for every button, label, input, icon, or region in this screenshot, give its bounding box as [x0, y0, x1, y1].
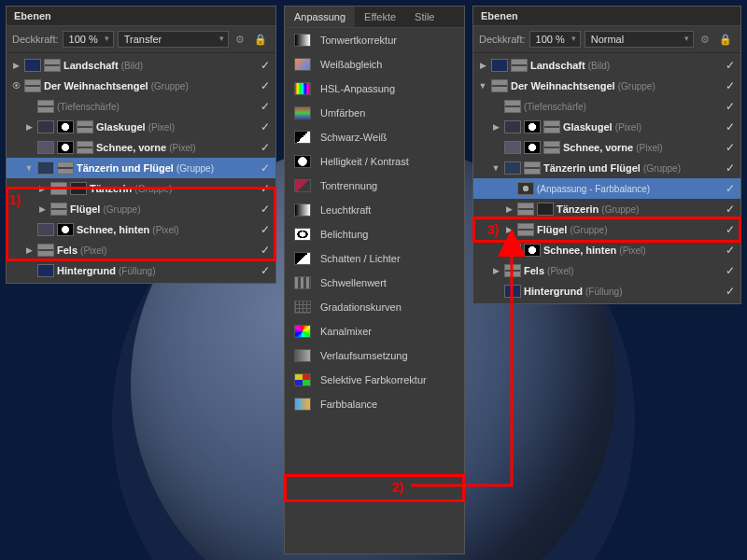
- adj-gradationskurven[interactable]: Gradationskurven: [285, 295, 464, 319]
- layer-landschaft[interactable]: ▶Landschaft (Bild)✓: [7, 55, 275, 76]
- visibility-check[interactable]: ✓: [726, 244, 735, 257]
- lock-icon[interactable]: 🔒: [716, 34, 735, 46]
- visibility-check[interactable]: ✓: [726, 203, 735, 216]
- visibility-check[interactable]: ✓: [726, 120, 735, 133]
- adj-belichtung[interactable]: Belichtung: [285, 222, 464, 246]
- layer-schnee-hinten[interactable]: Schnee, hinten (Pixel)✓: [7, 219, 275, 240]
- layer-tiefenschaerfe[interactable]: (Tiefenschärfe)✓: [473, 96, 740, 117]
- visibility-check[interactable]: ✓: [726, 141, 735, 154]
- visibility-check[interactable]: ✓: [726, 79, 735, 92]
- layer-list: ▶Landschaft (Bild)✓ ▼Der Weihnachtsengel…: [473, 53, 740, 303]
- adj-tontrennung[interactable]: Tontrennung: [285, 174, 464, 198]
- opacity-label: Deckkraft:: [479, 34, 526, 45]
- layer-schnee-vorne[interactable]: Schnee, vorne (Pixel)✓: [7, 137, 275, 158]
- opacity-dropdown[interactable]: 100 %: [63, 31, 114, 48]
- adjustment-panel: Anpassung Effekte Stile Tonwertkorrektur…: [284, 6, 465, 554]
- adj-selektive-farbkorrektur[interactable]: Selektive Farbkorrektur: [285, 368, 464, 392]
- layer-taenzerin-fluegel[interactable]: ▼Tänzerin und Flügel (Gruppe)✓: [473, 158, 740, 178]
- visibility-check[interactable]: ✓: [261, 59, 270, 72]
- visibility-check[interactable]: ✓: [726, 100, 735, 113]
- adj-tonwertkorrektur[interactable]: Tonwertkorrektur: [285, 28, 464, 52]
- adj-farbbalance[interactable]: Farbbalance: [285, 392, 464, 416]
- lock-icon[interactable]: 🔒: [251, 34, 270, 46]
- tab-anpassung[interactable]: Anpassung: [285, 7, 355, 27]
- adj-kanalmixer[interactable]: Kanalmixer: [285, 319, 464, 343]
- layer-hintergrund[interactable]: Hintergrund (Füllung)✓: [7, 260, 275, 281]
- adj-verlaufsumsetzung[interactable]: Verlaufsumsetzung: [285, 343, 464, 368]
- adj-schwarzweiss[interactable]: Schwarz-Weiß: [285, 125, 464, 149]
- visibility-check[interactable]: ✓: [726, 285, 735, 298]
- opacity-row: Deckkraft: 100 % Normal ⚙ 🔒: [473, 26, 740, 53]
- layer-glaskugel[interactable]: ▶Glaskugel (Pixel)✓: [473, 117, 740, 137]
- layer-list: ▶Landschaft (Bild)✓ ⦿Der Weihnachtsengel…: [7, 53, 275, 283]
- layer-landschaft[interactable]: ▶Landschaft (Bild)✓: [473, 55, 740, 76]
- visibility-check[interactable]: ✓: [726, 59, 735, 72]
- layer-weihnachtsengel[interactable]: ▼Der Weihnachtsengel (Gruppe)✓: [473, 76, 740, 96]
- visibility-check[interactable]: ✓: [726, 223, 735, 236]
- opacity-row: Deckkraft: 100 % Transfer ⚙ 🔒: [7, 26, 275, 53]
- layer-anpassung-farbbalance[interactable]: (Anpassung - Farbbalance)✓: [473, 178, 740, 199]
- visibility-check[interactable]: ✓: [726, 161, 735, 175]
- layer-glaskugel[interactable]: ▶Glaskugel (Pixel)✓: [7, 117, 275, 137]
- visibility-check[interactable]: ✓: [261, 203, 270, 216]
- layer-fels[interactable]: ▶Fels (Pixel)✓: [473, 260, 740, 281]
- tab-effekte[interactable]: Effekte: [355, 7, 405, 27]
- tab-stile[interactable]: Stile: [405, 7, 444, 27]
- visibility-check[interactable]: ✓: [261, 79, 270, 92]
- panel-title: Ebenen: [7, 7, 275, 26]
- visibility-check[interactable]: ✓: [726, 182, 735, 195]
- layer-schnee-vorne[interactable]: Schnee, vorne (Pixel)✓: [473, 137, 740, 158]
- visibility-check[interactable]: ✓: [261, 120, 270, 133]
- layer-fluegel[interactable]: ▶Flügel (Gruppe)✓: [473, 219, 740, 240]
- annotation-label-1: 1): [9, 192, 21, 207]
- opacity-dropdown[interactable]: 100 %: [529, 31, 581, 48]
- blendmode-dropdown[interactable]: Transfer: [118, 31, 229, 48]
- blendmode-dropdown[interactable]: Normal: [585, 31, 694, 48]
- adj-weissabgleich[interactable]: Weißabgleich: [285, 52, 464, 77]
- adj-umfaerben[interactable]: Umfärben: [285, 101, 464, 125]
- panel-title: Ebenen: [473, 7, 740, 26]
- annotation-label-2: 2): [392, 480, 403, 495]
- gear-icon[interactable]: ⚙: [233, 34, 247, 46]
- adj-leuchtkraft[interactable]: Leuchtkraft: [285, 198, 464, 222]
- layer-tiefenschaerfe[interactable]: (Tiefenschärfe)✓: [7, 96, 275, 117]
- adj-schatten-lichter[interactable]: Schatten / Lichter: [285, 246, 464, 271]
- adj-schwellenwert[interactable]: Schwellenwert: [285, 271, 464, 295]
- visibility-check[interactable]: ✓: [261, 223, 270, 236]
- visibility-check[interactable]: ✓: [261, 161, 270, 175]
- opacity-label: Deckkraft:: [12, 34, 59, 45]
- visibility-check[interactable]: ✓: [261, 244, 270, 257]
- layers-panel-right: Ebenen Deckkraft: 100 % Normal ⚙ 🔒 ▶Land…: [472, 6, 741, 304]
- layer-hintergrund[interactable]: Hintergrund (Füllung)✓: [473, 281, 740, 301]
- panel-tabs: Anpassung Effekte Stile: [285, 7, 464, 28]
- layer-taenzerin-fluegel[interactable]: ▼Tänzerin und Flügel (Gruppe)✓: [7, 158, 275, 178]
- layer-taenzerin[interactable]: ▶Tänzerin (Gruppe)✓: [473, 199, 740, 219]
- layer-schnee-hinten[interactable]: Schnee, hinten (Pixel)✓: [473, 240, 740, 260]
- visibility-check[interactable]: ✓: [261, 100, 270, 113]
- layer-fluegel[interactable]: ▶Flügel (Gruppe)✓: [7, 199, 275, 219]
- visibility-check[interactable]: ✓: [261, 182, 270, 195]
- adj-helligkeit[interactable]: Helligkeit / Kontrast: [285, 149, 464, 174]
- layer-weihnachtsengel[interactable]: ⦿Der Weihnachtsengel (Gruppe)✓: [7, 76, 275, 96]
- visibility-check[interactable]: ✓: [726, 264, 735, 277]
- layers-panel-left: Ebenen Deckkraft: 100 % Transfer ⚙ 🔒 ▶La…: [6, 6, 276, 284]
- visibility-check[interactable]: ✓: [261, 264, 270, 277]
- adj-hsl[interactable]: HSL-Anpassung: [285, 77, 464, 101]
- visibility-check[interactable]: ✓: [261, 141, 270, 154]
- layer-fels[interactable]: ▶Fels (Pixel)✓: [7, 240, 275, 260]
- gear-icon[interactable]: ⚙: [698, 34, 712, 46]
- layer-taenzerin[interactable]: ▶Tänzerin (Gruppe)✓: [7, 178, 275, 199]
- annotation-label-3: 3): [487, 222, 499, 237]
- adjustment-list: Tonwertkorrektur Weißabgleich HSL-Anpass…: [285, 28, 464, 416]
